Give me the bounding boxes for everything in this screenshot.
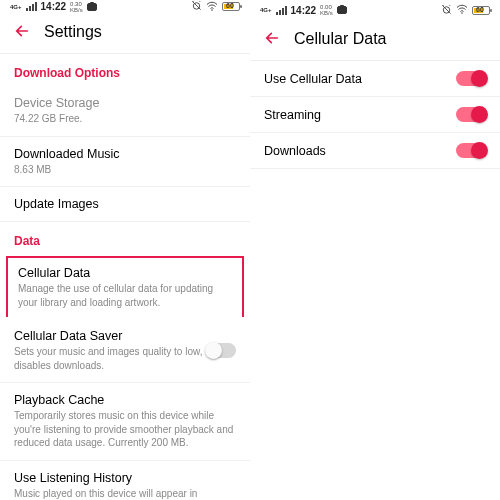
cellular-data-sub: Manage the use of cellular data for upda…	[18, 282, 232, 309]
row-listening-history[interactable]: Use Listening History Music played on th…	[0, 461, 250, 501]
header: Settings	[0, 13, 250, 54]
back-button[interactable]	[264, 30, 280, 48]
use-cellular-toggle[interactable]	[456, 71, 486, 86]
row-playback-cache[interactable]: Playback Cache Temporarily stores music …	[0, 383, 250, 461]
alarm-off-icon	[441, 4, 452, 17]
camera-icon	[87, 3, 97, 11]
row-downloads[interactable]: Downloads	[250, 133, 500, 169]
back-button[interactable]	[14, 23, 30, 41]
listening-history-sub: Music played on this device will appear …	[14, 487, 206, 501]
row-cellular-saver[interactable]: Cellular Data Saver Sets your music and …	[0, 319, 250, 383]
battery-icon: 60	[222, 2, 240, 11]
device-storage-label: Device Storage	[14, 96, 236, 110]
settings-content: Download Options Device Storage 74.22 GB…	[0, 54, 250, 500]
streaming-toggle[interactable]	[456, 107, 486, 122]
signal-icon	[276, 6, 287, 15]
cellular-saver-sub: Sets your music and images quality to lo…	[14, 345, 206, 372]
net-speed: 0.00 KB/s	[320, 4, 333, 16]
downloaded-music-sub: 8.63 MB	[14, 163, 236, 177]
battery-icon: 60	[472, 6, 490, 15]
streaming-label: Streaming	[264, 108, 456, 122]
svg-point-1	[461, 12, 463, 14]
lte-label: 4G+	[260, 7, 272, 13]
page-title: Cellular Data	[294, 30, 386, 48]
row-cellular-data[interactable]: Cellular Data Manage the use of cellular…	[6, 256, 244, 317]
wifi-icon	[206, 1, 218, 13]
status-bar: 4G+ 14:22 0.30 KB/s 60	[0, 0, 250, 13]
listening-history-label: Use Listening History	[14, 471, 206, 485]
downloaded-music-label: Downloaded Music	[14, 147, 236, 161]
signal-icon	[26, 2, 37, 11]
page-title: Settings	[44, 23, 102, 41]
screen-settings: 4G+ 14:22 0.30 KB/s 60 Settings Download…	[0, 0, 250, 500]
playback-cache-sub: Temporarily stores music on this device …	[14, 409, 236, 450]
lte-label: 4G+	[10, 4, 22, 10]
cellular-saver-label: Cellular Data Saver	[14, 329, 206, 343]
camera-icon	[337, 6, 347, 14]
status-time: 14:22	[291, 5, 317, 16]
downloads-toggle[interactable]	[456, 143, 486, 158]
svg-point-0	[211, 9, 213, 11]
row-downloaded-music[interactable]: Downloaded Music 8.63 MB	[0, 137, 250, 188]
row-device-storage[interactable]: Device Storage 74.22 GB Free.	[0, 86, 250, 137]
row-use-cellular[interactable]: Use Cellular Data	[250, 61, 500, 97]
playback-cache-label: Playback Cache	[14, 393, 236, 407]
alarm-off-icon	[191, 0, 202, 13]
wifi-icon	[456, 4, 468, 16]
row-streaming[interactable]: Streaming	[250, 97, 500, 133]
cellular-data-label: Cellular Data	[18, 266, 232, 280]
screen-cellular-data: 4G+ 14:22 0.00 KB/s 60 Cellular Data	[250, 0, 500, 500]
section-download-options: Download Options	[0, 54, 250, 86]
device-storage-sub: 74.22 GB Free.	[14, 112, 236, 126]
row-update-images[interactable]: Update Images	[0, 187, 250, 222]
status-bar: 4G+ 14:22 0.00 KB/s 60	[250, 0, 500, 20]
header: Cellular Data	[250, 20, 500, 61]
update-images-label: Update Images	[14, 197, 236, 211]
section-data: Data	[0, 222, 250, 254]
use-cellular-label: Use Cellular Data	[264, 72, 456, 86]
cellular-content: Use Cellular Data Streaming Downloads	[250, 61, 500, 500]
cellular-saver-toggle[interactable]	[206, 343, 236, 358]
downloads-label: Downloads	[264, 144, 456, 158]
status-time: 14:22	[41, 1, 67, 12]
net-speed: 0.30 KB/s	[70, 1, 83, 13]
